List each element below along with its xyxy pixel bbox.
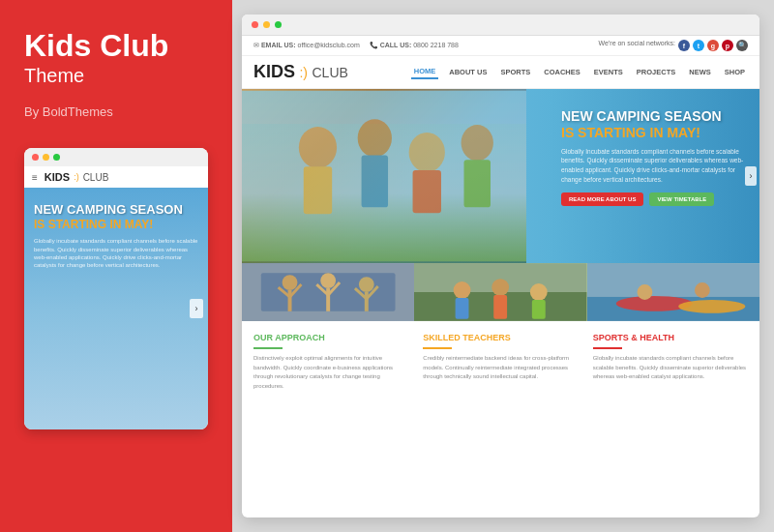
app-by: By BoldThemes xyxy=(24,104,208,119)
svg-point-19 xyxy=(359,277,374,292)
hero-title-orange: IS STARTING IN MAY! xyxy=(561,125,755,141)
pinterest-icon[interactable]: p xyxy=(722,40,733,51)
mobile-preview: ≡ KIDS :) CLUB NEW CAMPING SEASON IS STA… xyxy=(24,148,208,429)
col-teachers-text: Credibly reintermediate backend ideas fo… xyxy=(423,354,578,382)
dot-red xyxy=(32,154,39,161)
hero-title-white: NEW CAMPING SEASON xyxy=(561,108,755,125)
timetable-button[interactable]: VIEW TIMETABLE xyxy=(649,192,714,206)
feature-image-3 xyxy=(587,263,759,321)
hero-section: NEW CAMPING SEASON IS STARTING IN MAY! G… xyxy=(242,89,759,263)
googleplus-icon[interactable]: g xyxy=(707,40,719,51)
site-navbar: KIDS :) CLUB HOME ABOUT US SPORTS COACHE… xyxy=(242,56,759,89)
twitter-icon[interactable]: t xyxy=(693,40,704,51)
social-label: We're on social networks: xyxy=(599,40,675,51)
col-approach: OUR APPROACH Distinctively exploit optim… xyxy=(253,333,408,506)
mobile-hero-text: NEW CAMPING SEASON IS STARTING IN MAY! G… xyxy=(24,188,208,280)
svg-rect-30 xyxy=(532,300,546,319)
email-icon: ✉ xyxy=(253,42,261,48)
feature-image-1 xyxy=(242,263,414,321)
svg-point-36 xyxy=(695,282,710,298)
topbar-left: ✉ EMAIL US: office@kidsclub.com 📞 CALL U… xyxy=(253,42,459,49)
dot-red-d xyxy=(252,21,258,28)
col-approach-title: OUR APPROACH xyxy=(253,333,408,342)
nav-logo-club: CLUB xyxy=(312,65,347,80)
col-sports-text: Globally incubate standards compliant ch… xyxy=(593,354,748,382)
dot-green-d xyxy=(275,21,282,28)
mobile-logo-kids: KIDS xyxy=(45,171,70,183)
hamburger-icon: ≡ xyxy=(32,172,38,183)
mobile-top-bar xyxy=(24,148,208,166)
nav-links: HOME ABOUT US SPORTS COACHES EVENTS PROJ… xyxy=(411,65,748,79)
features-strip xyxy=(242,263,759,321)
svg-point-15 xyxy=(320,273,336,288)
dot-yellow-d xyxy=(263,21,270,28)
col-sports-divider xyxy=(593,347,622,349)
topbar-social: We're on social networks: f t g p 🔍 xyxy=(599,40,748,51)
svg-point-27 xyxy=(492,279,510,296)
svg-point-1 xyxy=(299,127,337,168)
read-more-button[interactable]: READ MORE ABOUT US xyxy=(561,192,643,206)
hero-arrow[interactable]: › xyxy=(745,166,757,186)
nav-logo-kids: KIDS xyxy=(253,62,295,81)
call-label-text: CALL US: xyxy=(380,42,412,48)
hero-buttons: READ MORE ABOUT US VIEW TIMETABLE xyxy=(561,192,755,206)
email-value: office@kidsclub.com xyxy=(298,42,360,48)
facebook-icon[interactable]: f xyxy=(678,40,690,51)
mobile-arrow[interactable]: › xyxy=(190,299,203,318)
svg-point-34 xyxy=(678,300,745,313)
svg-rect-2 xyxy=(304,166,332,214)
phone-icon: 📞 xyxy=(370,42,380,48)
svg-point-7 xyxy=(461,125,493,161)
three-columns: OUR APPROACH Distinctively exploit optim… xyxy=(242,321,759,517)
desktop-content: ✉ EMAIL US: office@kidsclub.com 📞 CALL U… xyxy=(242,36,759,517)
col-approach-divider xyxy=(253,347,283,349)
search-icon[interactable]: 🔍 xyxy=(736,40,748,51)
nav-coaches[interactable]: COACHES xyxy=(541,66,583,78)
right-panel: ✉ EMAIL US: office@kidsclub.com 📞 CALL U… xyxy=(232,0,774,532)
feature-image-2 xyxy=(414,263,586,321)
svg-rect-6 xyxy=(413,170,441,213)
nav-projects[interactable]: PROJECTS xyxy=(634,66,678,78)
svg-rect-26 xyxy=(456,298,469,319)
mobile-nav: ≡ KIDS :) CLUB xyxy=(24,166,208,188)
nav-home[interactable]: HOME xyxy=(411,65,439,79)
app-title: Kids Club xyxy=(24,29,208,63)
col-teachers-divider xyxy=(423,347,452,349)
left-panel: Kids Club Theme By BoldThemes ≡ KIDS :) … xyxy=(0,0,232,532)
mobile-hero-body: Globally incubate standards compliant ch… xyxy=(34,237,198,270)
call-value: 0800 2218 788 xyxy=(413,42,459,48)
mobile-logo-club: CLUB xyxy=(83,172,109,183)
dot-yellow xyxy=(43,154,49,161)
hero-image xyxy=(242,89,526,263)
svg-rect-4 xyxy=(362,155,388,207)
hero-text-area: NEW CAMPING SEASON IS STARTING IN MAY! G… xyxy=(561,108,755,206)
col-approach-text: Distinctively exploit optimal alignments… xyxy=(253,354,408,391)
svg-point-25 xyxy=(454,281,471,299)
col-sports-title: SPORTS & HEALTH xyxy=(593,333,748,342)
dot-green xyxy=(53,154,60,161)
desktop-window: ✉ EMAIL US: office@kidsclub.com 📞 CALL U… xyxy=(242,15,759,517)
nav-logo-smiley: :) xyxy=(299,65,308,80)
nav-events[interactable]: EVENTS xyxy=(591,66,626,78)
email-label-text: EMAIL US: xyxy=(261,42,296,48)
svg-rect-8 xyxy=(464,160,491,207)
col-teachers: SKILLED TEACHERS Credibly reintermediate… xyxy=(423,333,578,506)
col-teachers-title: SKILLED TEACHERS xyxy=(423,333,578,342)
svg-rect-28 xyxy=(494,295,508,319)
nav-shop[interactable]: SHOP xyxy=(722,66,748,78)
svg-point-29 xyxy=(530,283,548,301)
mobile-hero-main: NEW CAMPING SEASON xyxy=(34,202,198,218)
svg-point-3 xyxy=(358,119,392,157)
app-subtitle: Theme xyxy=(24,65,208,87)
nav-about[interactable]: ABOUT US xyxy=(446,66,490,78)
mobile-hero: NEW CAMPING SEASON IS STARTING IN MAY! G… xyxy=(24,188,208,429)
email-label: ✉ EMAIL US: office@kidsclub.com xyxy=(253,42,360,49)
nav-sports[interactable]: SPORTS xyxy=(497,66,533,78)
svg-point-11 xyxy=(283,275,298,290)
nav-news[interactable]: NEWS xyxy=(686,66,714,78)
svg-point-35 xyxy=(637,284,652,300)
mobile-hero-sub: IS STARTING IN MAY! xyxy=(34,218,198,231)
desktop-top-bar xyxy=(242,15,759,36)
site-logo: KIDS :) CLUB xyxy=(253,62,348,82)
hero-body-text: Globally Incubate standards compliant ch… xyxy=(561,147,755,185)
